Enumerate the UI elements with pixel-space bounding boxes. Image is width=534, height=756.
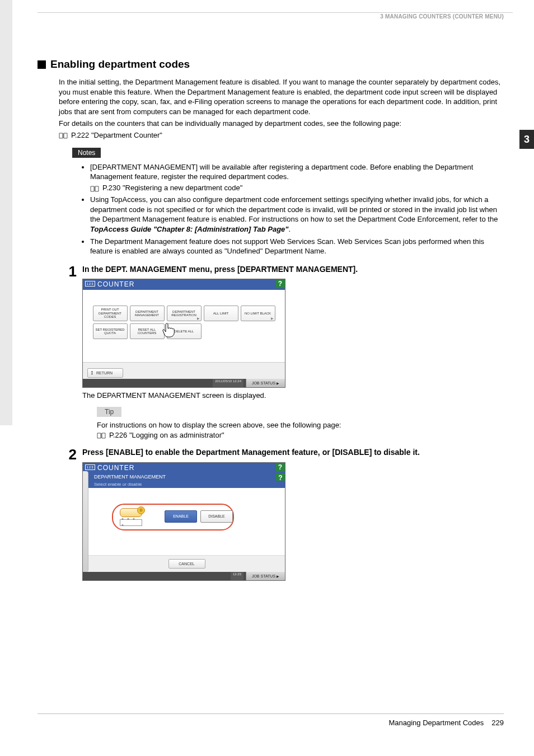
set-registered-quota-button[interactable]: SET REGISTERED QUOTA: [93, 323, 128, 339]
enable-button[interactable]: ENABLE: [165, 510, 197, 523]
department-management-button[interactable]: DEPARTMENT MANAGEMENT: [130, 306, 165, 321]
chapter-tab: 3: [519, 130, 534, 149]
note-text: [DEPARTMENT MANAGEMENT] will be availabl…: [90, 163, 473, 181]
help-icon[interactable]: ?: [276, 279, 285, 288]
side-tab[interactable]: [83, 471, 88, 572]
notes-list: [DEPARTMENT MANAGEMENT] will be availabl…: [82, 162, 504, 256]
book-icon: [97, 432, 106, 438]
note-item: Using TopAccess, you can also configure …: [90, 195, 504, 234]
tip-text: For instructions on how to display the s…: [97, 420, 504, 430]
step-caption: The DEPARTMENT MANAGEMENT screen is disp…: [82, 391, 504, 400]
status-bar: 12:25 JOB STATUS▶: [83, 572, 285, 580]
screenshot-panel-1: 123 COUNTER ? PRINT OUT DEPARTMENT CODES…: [82, 279, 285, 388]
help-icon[interactable]: ?: [276, 463, 285, 472]
note-item: [DEPARTMENT MANAGEMENT] will be availabl…: [90, 162, 504, 193]
page-number: 229: [491, 719, 504, 727]
all-limit-button[interactable]: ALL LIMIT: [204, 306, 238, 321]
delete-all-button[interactable]: DELETE ALL: [167, 323, 202, 339]
book-icon: [59, 132, 68, 138]
section-bullet-icon: [38, 60, 46, 69]
cancel-button[interactable]: CANCEL: [168, 559, 205, 569]
status-timestamp: 12:25: [231, 572, 243, 580]
footer-label: Managing Department Codes: [388, 719, 484, 727]
notes-label: Notes: [72, 148, 101, 158]
xref-link[interactable]: P.230 "Registering a new department code…: [102, 183, 242, 193]
note-text-tail: .: [288, 225, 291, 233]
step-number: 2: [64, 447, 77, 580]
return-button[interactable]: ↥ RETURN: [87, 368, 123, 378]
card-code-icon: ＊＊＊＊: [120, 508, 144, 524]
prompt-bar: Select enable or disable: [88, 481, 285, 488]
note-item: The Department Management feature does n…: [90, 237, 504, 256]
book-icon: [90, 185, 99, 191]
counter-badge-icon: 123: [85, 281, 95, 287]
status-bar: 2011/05/10 12:24 JOB STATUS▶: [83, 379, 285, 387]
status-timestamp: 2011/05/10 12:24: [213, 379, 243, 387]
note-text: The Department Management feature does n…: [90, 237, 484, 256]
panel-title: COUNTER: [97, 464, 134, 472]
print-dept-codes-button[interactable]: PRINT OUT DEPARTMENT CODES: [93, 306, 128, 321]
no-limit-black-button[interactable]: NO LIMIT BLACK▶: [241, 306, 275, 321]
step-title: Press [ENABLE] to enable the Department …: [82, 447, 504, 457]
step-title: In the DEPT. MANAGEMENT menu, press [DEP…: [82, 264, 504, 274]
header-rule: [38, 12, 513, 13]
reset-all-counters-button[interactable]: RESET ALL COUNTERS: [130, 323, 165, 339]
department-registration-button[interactable]: DEPARTMENT REGISTRATION▶: [167, 306, 202, 321]
job-status-button[interactable]: JOB STATUS▶: [246, 572, 285, 580]
step-number: 1: [64, 264, 77, 440]
note-ref: TopAccess Guide "Chapter 8: [Administrat…: [90, 225, 288, 233]
disable-button[interactable]: DISABLE: [200, 510, 233, 523]
job-status-button[interactable]: JOB STATUS▶: [246, 379, 285, 387]
screenshot-panel-2: 123 COUNTER ? DEPARTMENT MANAGEMENT ? Se…: [82, 462, 285, 581]
panel-title-bar: 123 COUNTER ?: [83, 463, 285, 473]
tip-label: Tip: [97, 407, 121, 417]
running-head: 3 MANAGING COUNTERS (COUNTER MENU): [380, 13, 504, 20]
chevron-right-icon: ▶: [197, 317, 200, 320]
panel-title-bar: 123 COUNTER ?: [83, 279, 285, 290]
up-arrow-icon: ↥: [90, 370, 94, 375]
note-text: Using TopAccess, you can also configure …: [90, 195, 498, 223]
xref-link[interactable]: P.222 "Department Counter": [71, 131, 162, 139]
intro-paragraph: In the initial setting, the Department M…: [59, 77, 504, 116]
detail-line: For details on the counters that can be …: [59, 119, 504, 129]
counter-badge-icon: 123: [85, 464, 95, 470]
chevron-right-icon: ▶: [277, 574, 279, 578]
xref-link[interactable]: P.226 "Logging on as administrator": [109, 431, 224, 439]
chevron-right-icon: ▶: [271, 317, 274, 320]
panel-subtitle: DEPARTMENT MANAGEMENT ?: [88, 473, 285, 481]
panel-title: COUNTER: [97, 280, 134, 288]
masked-code: ＊＊＊＊: [120, 519, 142, 526]
chevron-right-icon: ▶: [277, 381, 279, 385]
section-title: Enabling department codes: [50, 58, 190, 71]
left-margin-band: [0, 0, 12, 425]
